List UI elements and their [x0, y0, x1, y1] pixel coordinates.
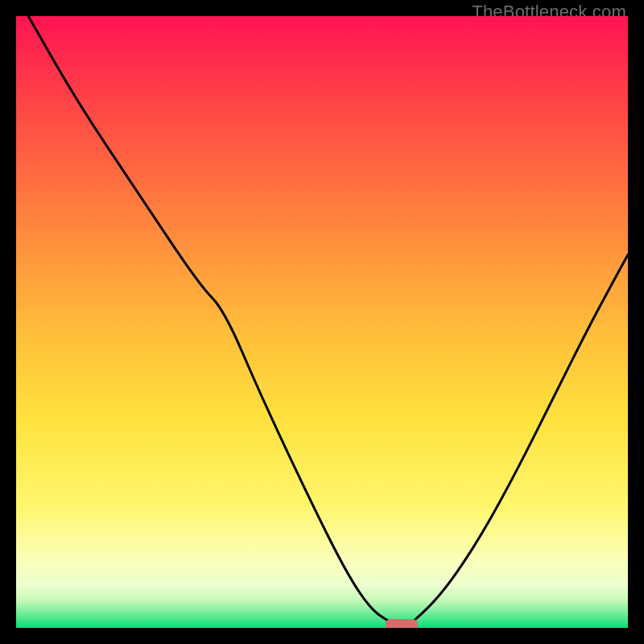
chart-frame — [16, 16, 628, 628]
chart-svg — [16, 16, 628, 628]
optimal-marker — [386, 619, 418, 628]
bottleneck-curve — [28, 16, 628, 626]
